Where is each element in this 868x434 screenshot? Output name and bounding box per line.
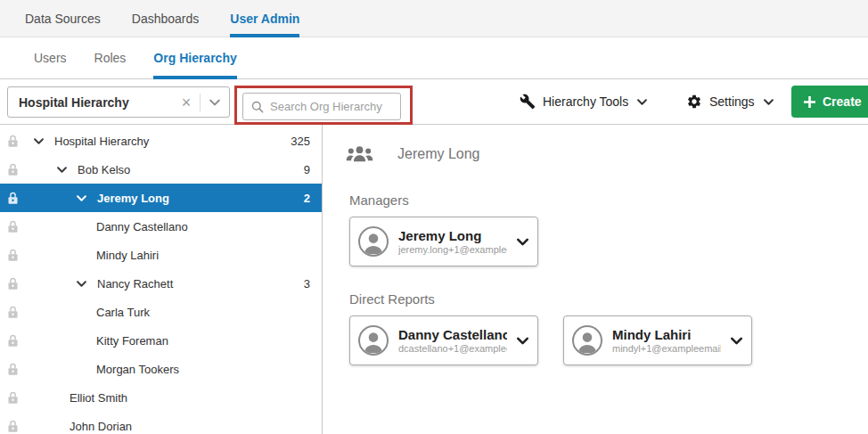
search-icon bbox=[251, 101, 264, 113]
lock-icon[interactable] bbox=[7, 191, 19, 205]
section-heading: Direct Reports bbox=[349, 291, 868, 307]
tree-row-label: Bob Kelso bbox=[78, 163, 130, 176]
tree-row-count: 2 bbox=[304, 192, 310, 205]
gear-icon bbox=[686, 94, 702, 110]
avatar bbox=[358, 325, 389, 356]
create-label: Create bbox=[823, 94, 862, 109]
tree-row-count: 325 bbox=[291, 135, 310, 148]
tree-row[interactable]: Nancy Rachett 3 bbox=[0, 269, 322, 298]
tree-row[interactable]: Elliot Smith bbox=[0, 383, 322, 412]
subtab-users[interactable]: Users bbox=[34, 37, 67, 78]
search-input[interactable] bbox=[270, 100, 400, 113]
primary-nav: Data SourcesDashboardsUser Admin bbox=[0, 0, 868, 37]
tree-row[interactable]: John Dorian bbox=[0, 412, 322, 434]
tree-row-label: Kitty Foreman bbox=[96, 334, 168, 348]
tree-row-label: John Dorian bbox=[70, 420, 132, 433]
subtab-org-hierarchy[interactable]: Org Hierarchy bbox=[153, 37, 236, 78]
person-email: dcastellano+1@examplee... bbox=[398, 343, 507, 354]
toolbar: Hospital Hierarchy × Hierarchy Tools Set… bbox=[0, 79, 868, 125]
tab-user-admin[interactable]: User Admin bbox=[230, 0, 299, 37]
detail-panel: Jeremy Long Managers Jeremy Long jeremy.… bbox=[323, 125, 868, 434]
lock-icon[interactable] bbox=[7, 248, 19, 262]
tab-dashboards[interactable]: Dashboards bbox=[132, 0, 200, 37]
lock-icon[interactable] bbox=[7, 333, 19, 348]
chevron-down-icon[interactable] bbox=[77, 281, 86, 287]
avatar bbox=[572, 325, 602, 356]
subtab-roles[interactable]: Roles bbox=[94, 37, 127, 78]
lock-icon[interactable] bbox=[7, 390, 19, 405]
detail-header: Jeremy Long bbox=[346, 143, 868, 166]
tree-row[interactable]: Carla Turk bbox=[0, 298, 322, 326]
tree-row[interactable]: Morgan Tookers bbox=[0, 355, 322, 383]
settings-label: Settings bbox=[709, 94, 755, 109]
detail-title: Jeremy Long bbox=[397, 146, 480, 162]
tree-row-count: 9 bbox=[304, 163, 310, 176]
hierarchy-select-value: Hospital Hierarchy bbox=[8, 95, 173, 110]
tree-row-label: Morgan Tookers bbox=[96, 363, 179, 376]
tab-data-sources[interactable]: Data Sources bbox=[25, 0, 101, 37]
tree-row-label: Danny Castellano bbox=[96, 220, 188, 233]
person-name: Mindy Lahiri bbox=[612, 327, 721, 342]
section-managers: Managers Jeremy Long jeremy.long+1@examp… bbox=[349, 192, 868, 266]
org-group-icon bbox=[346, 143, 373, 165]
lock-icon[interactable] bbox=[7, 162, 19, 176]
tree-row[interactable]: Hospital Hierarchy 325 bbox=[0, 127, 322, 155]
chevron-down-icon[interactable] bbox=[34, 138, 44, 144]
person-email: jeremy.long+1@examplee... bbox=[398, 244, 507, 255]
clear-icon[interactable]: × bbox=[173, 94, 200, 111]
settings-button[interactable]: Settings bbox=[686, 79, 774, 124]
person-card[interactable]: Jeremy Long jeremy.long+1@examplee... bbox=[349, 217, 538, 266]
wrench-icon bbox=[520, 94, 536, 110]
section-heading: Managers bbox=[349, 192, 868, 208]
hierarchy-tools-button[interactable]: Hierarchy Tools bbox=[520, 79, 647, 124]
search-box bbox=[242, 93, 401, 120]
section-direct-reports: Direct Reports Danny Castellano dcastell… bbox=[349, 291, 868, 365]
person-card[interactable]: Danny Castellano dcastellano+1@examplee.… bbox=[349, 315, 538, 365]
avatar bbox=[358, 226, 389, 257]
person-card[interactable]: Mindy Lahiri mindyl+1@exampleemail.... bbox=[563, 315, 752, 365]
annotation-highlight-box bbox=[234, 86, 413, 125]
tree-row[interactable]: Kitty Foreman bbox=[0, 326, 322, 355]
tree-row[interactable]: Bob Kelso 9 bbox=[0, 155, 322, 184]
chevron-down-icon[interactable] bbox=[77, 195, 86, 201]
tree-row-label: Hospital Hierarchy bbox=[54, 135, 149, 148]
lock-icon[interactable] bbox=[7, 305, 19, 319]
tree-row-label: Jeremy Long bbox=[97, 192, 169, 205]
lock-icon[interactable] bbox=[7, 419, 19, 433]
tree-row[interactable]: Jeremy Long 2 bbox=[0, 184, 322, 212]
tree-row-label: Elliot Smith bbox=[70, 391, 127, 405]
tree-row-label: Mindy Lahiri bbox=[96, 249, 159, 262]
chevron-down-icon[interactable] bbox=[57, 167, 67, 173]
tree-row-label: Carla Turk bbox=[96, 306, 150, 319]
card-text: Danny Castellano dcastellano+1@examplee.… bbox=[398, 327, 507, 354]
person-email: mindyl+1@exampleemail.... bbox=[612, 343, 721, 354]
tree-row-count: 3 bbox=[304, 277, 310, 291]
tree-row-label: Nancy Rachett bbox=[97, 277, 173, 291]
chevron-down-icon[interactable] bbox=[517, 337, 528, 345]
card-text: Mindy Lahiri mindyl+1@exampleemail.... bbox=[612, 327, 721, 354]
chevron-down-icon bbox=[764, 99, 774, 105]
secondary-nav: UsersRolesOrg Hierarchy bbox=[0, 37, 868, 79]
create-button[interactable]: Create bbox=[791, 86, 868, 118]
plus-icon bbox=[804, 96, 815, 108]
tree-row[interactable]: Mindy Lahiri bbox=[0, 241, 322, 269]
org-tree-panel: Hospital Hierarchy 325 Bob Kelso 9 Jerem… bbox=[0, 125, 323, 434]
person-name: Jeremy Long bbox=[398, 228, 507, 243]
person-name: Danny Castellano bbox=[398, 327, 507, 342]
lock-icon[interactable] bbox=[7, 276, 19, 291]
chevron-down-icon[interactable] bbox=[731, 337, 742, 345]
lock-icon[interactable] bbox=[7, 219, 19, 233]
chevron-down-icon bbox=[637, 99, 647, 105]
chevron-down-icon[interactable] bbox=[201, 99, 229, 106]
lock-icon[interactable] bbox=[7, 362, 19, 376]
lock-icon[interactable] bbox=[7, 134, 19, 148]
hierarchy-tools-label: Hierarchy Tools bbox=[543, 94, 628, 109]
tree-row[interactable]: Danny Castellano bbox=[0, 212, 322, 241]
card-text: Jeremy Long jeremy.long+1@examplee... bbox=[398, 228, 507, 255]
hierarchy-select[interactable]: Hospital Hierarchy × bbox=[7, 86, 230, 118]
chevron-down-icon[interactable] bbox=[517, 238, 528, 246]
